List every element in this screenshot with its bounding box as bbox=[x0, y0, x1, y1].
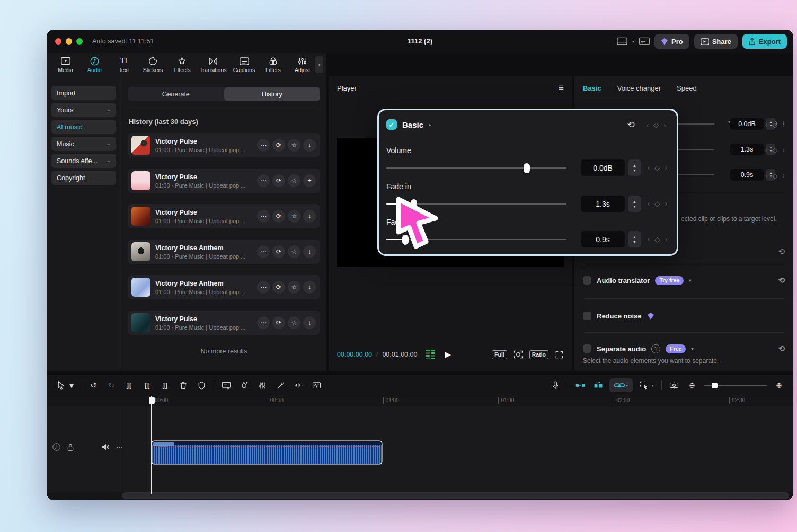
preview-zoom-icon[interactable] bbox=[513, 350, 523, 359]
favorite-icon[interactable]: ☆ bbox=[288, 316, 300, 329]
pro-button[interactable]: Pro bbox=[654, 34, 689, 49]
download-icon[interactable]: ↓ bbox=[303, 281, 316, 294]
step-up-icon[interactable]: ▲ bbox=[633, 199, 636, 204]
regenerate-icon[interactable]: ⟳ bbox=[272, 316, 285, 329]
regenerate-icon[interactable]: ⟳ bbox=[272, 281, 285, 294]
track-area[interactable]: ⋯ bbox=[47, 406, 793, 492]
keyframe-prev-icon[interactable]: ‹ bbox=[765, 120, 768, 129]
keyframe-prev-icon[interactable]: ‹ bbox=[647, 121, 649, 129]
tab-adjust[interactable]: Adjust bbox=[288, 56, 317, 73]
fullscreen-icon[interactable] bbox=[555, 350, 564, 359]
volume-slider-handle[interactable] bbox=[524, 163, 530, 173]
timeline-zoom-slider[interactable] bbox=[704, 382, 767, 389]
keyframe-diamond-icon[interactable]: ◇ bbox=[654, 200, 660, 208]
regenerate-icon[interactable]: ⟳ bbox=[272, 174, 285, 187]
auto-split-icon[interactable] bbox=[591, 378, 605, 392]
link-clips-button[interactable]: ▾ bbox=[609, 378, 633, 392]
selection-mode-button[interactable]: ▾ bbox=[637, 378, 656, 392]
reset-icon[interactable]: ⟲ bbox=[778, 276, 785, 285]
keyframe-prev-icon[interactable]: ‹ bbox=[648, 199, 650, 208]
lock-track-icon[interactable] bbox=[67, 443, 74, 451]
add-icon[interactable]: + bbox=[303, 174, 316, 187]
sidebar-item-yours[interactable]: Yours⌄ bbox=[51, 103, 116, 117]
voice-isolate-icon[interactable] bbox=[237, 378, 251, 392]
export-button[interactable]: Export bbox=[742, 34, 787, 49]
favorite-icon[interactable]: ☆ bbox=[288, 174, 300, 187]
more-icon[interactable]: ⋯ bbox=[257, 316, 270, 329]
keyframe-diamond-icon[interactable]: ◇ bbox=[772, 146, 777, 154]
keyframe-diamond-icon[interactable]: ◇ bbox=[653, 121, 659, 129]
history-item[interactable]: Victory Pulse Anthem01:00 · Pure Music |… bbox=[128, 240, 320, 264]
track-more-icon[interactable]: ⋯ bbox=[116, 443, 123, 451]
history-item[interactable]: Victory Pulse Anthem01:00 · Pure Music |… bbox=[128, 275, 320, 299]
keyframe-diamond-icon[interactable]: ◇ bbox=[654, 164, 660, 172]
download-icon[interactable]: ↓ bbox=[303, 316, 316, 329]
more-icon[interactable]: ⋯ bbox=[257, 281, 270, 294]
share-button[interactable]: Share bbox=[694, 34, 738, 49]
sidebar-item-ai-music[interactable]: AI music bbox=[51, 120, 116, 134]
split-icon[interactable]: ][ bbox=[122, 378, 136, 392]
volume-value[interactable]: 0.0dB bbox=[581, 159, 625, 176]
favorite-icon[interactable]: ☆ bbox=[288, 281, 300, 294]
fade-in-value[interactable]: 1.3s bbox=[730, 144, 764, 155]
basic-checkbox[interactable]: ✓ bbox=[386, 119, 397, 130]
favorite-icon[interactable]: ☆ bbox=[288, 139, 300, 152]
regenerate-icon[interactable]: ⟳ bbox=[272, 210, 285, 223]
favorite-icon[interactable]: ☆ bbox=[288, 210, 300, 223]
more-icon[interactable]: ⋯ bbox=[257, 139, 270, 152]
fade-out-stepper[interactable]: ▲▼ bbox=[628, 231, 641, 247]
select-tool-icon[interactable] bbox=[54, 378, 68, 392]
reduce-noise-checkbox[interactable] bbox=[583, 312, 591, 320]
download-icon[interactable]: ↓ bbox=[303, 245, 316, 258]
layout-toggle-icon[interactable] bbox=[617, 37, 627, 46]
keyframe-next-icon[interactable]: › bbox=[665, 199, 667, 208]
record-voiceover-icon[interactable] bbox=[548, 378, 562, 392]
sidebar-item-copyright[interactable]: Copyright bbox=[51, 171, 116, 185]
keyframe-diamond-icon[interactable]: ◇ bbox=[654, 235, 660, 243]
smart-cut-icon[interactable] bbox=[219, 378, 233, 392]
step-down-icon[interactable]: ▼ bbox=[633, 240, 636, 244]
tab-history[interactable]: History bbox=[224, 87, 321, 101]
keyframe-next-icon[interactable]: › bbox=[782, 171, 785, 180]
tab-voice-changer[interactable]: Voice changer bbox=[617, 84, 661, 92]
tab-media[interactable]: Media bbox=[51, 56, 80, 73]
fade-out-value[interactable]: 0.9s bbox=[581, 231, 625, 247]
tab-text[interactable]: TI Text bbox=[109, 56, 138, 73]
download-icon[interactable]: ↓ bbox=[303, 210, 316, 223]
separate-audio-checkbox[interactable] bbox=[583, 344, 591, 353]
delete-icon[interactable] bbox=[176, 378, 190, 392]
sidebar-item-sound-effects[interactable]: Sounds effe...⌄ bbox=[51, 154, 116, 168]
zoom-out-icon[interactable]: ⊖ bbox=[685, 378, 699, 392]
mask-icon[interactable] bbox=[194, 378, 208, 392]
keyframe-next-icon[interactable]: › bbox=[782, 120, 785, 129]
step-down-icon[interactable]: ▼ bbox=[633, 168, 636, 173]
keyframe-diamond-icon[interactable]: ◇ bbox=[772, 172, 777, 180]
fade-in-stepper[interactable]: ▲▼ bbox=[628, 196, 641, 212]
keyframe-diamond-icon[interactable]: ◇ bbox=[772, 121, 777, 129]
undo-icon[interactable]: ↺ bbox=[86, 378, 100, 392]
beat-marker-icon[interactable] bbox=[309, 378, 323, 392]
timeline-ruler[interactable]: 00:0000:3001:0001:3002:0002:30 bbox=[47, 396, 793, 406]
reset-icon[interactable]: ⟲ bbox=[778, 247, 785, 256]
more-icon[interactable]: ⋯ bbox=[257, 245, 270, 258]
tab-stickers[interactable]: Stickers bbox=[138, 56, 167, 73]
full-quality-button[interactable]: Full bbox=[492, 350, 507, 359]
download-icon[interactable]: ↓ bbox=[303, 139, 316, 152]
reset-icon[interactable]: ⟲ bbox=[778, 344, 785, 353]
step-up-icon[interactable]: ▲ bbox=[633, 163, 636, 168]
player-menu-icon[interactable]: ≡ bbox=[559, 83, 564, 93]
audio-clip[interactable] bbox=[152, 441, 382, 464]
history-item[interactable]: Victory Pulse01:00 · Pure Music | Upbeat… bbox=[128, 169, 320, 193]
zoom-in-icon[interactable]: ⊕ bbox=[772, 378, 786, 392]
sidebar-item-music[interactable]: Music⌄ bbox=[51, 137, 116, 151]
keyframe-next-icon[interactable]: › bbox=[665, 163, 667, 172]
keyframe-next-icon[interactable]: › bbox=[782, 146, 785, 154]
keyframe-prev-icon[interactable]: ‹ bbox=[765, 171, 768, 180]
playhead-handle[interactable] bbox=[149, 397, 155, 404]
keyframe-prev-icon[interactable]: ‹ bbox=[648, 163, 650, 172]
play-button[interactable]: ▶ bbox=[445, 350, 451, 359]
fade-out-value[interactable]: 0.9s bbox=[730, 169, 764, 181]
reset-icon[interactable]: ⟲ bbox=[627, 119, 634, 130]
audio-mixer-icon[interactable] bbox=[255, 378, 269, 392]
chevron-down-icon[interactable]: ▾ bbox=[68, 378, 75, 392]
